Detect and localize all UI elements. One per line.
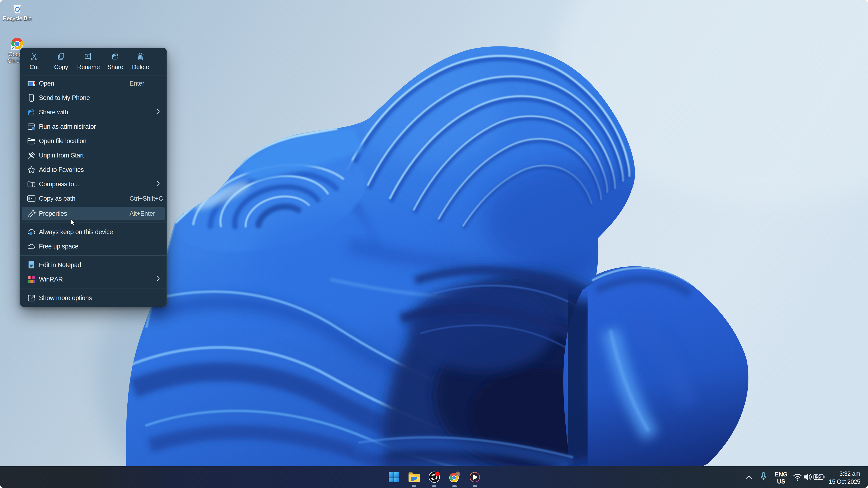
svg-text:J: J [457, 472, 459, 476]
